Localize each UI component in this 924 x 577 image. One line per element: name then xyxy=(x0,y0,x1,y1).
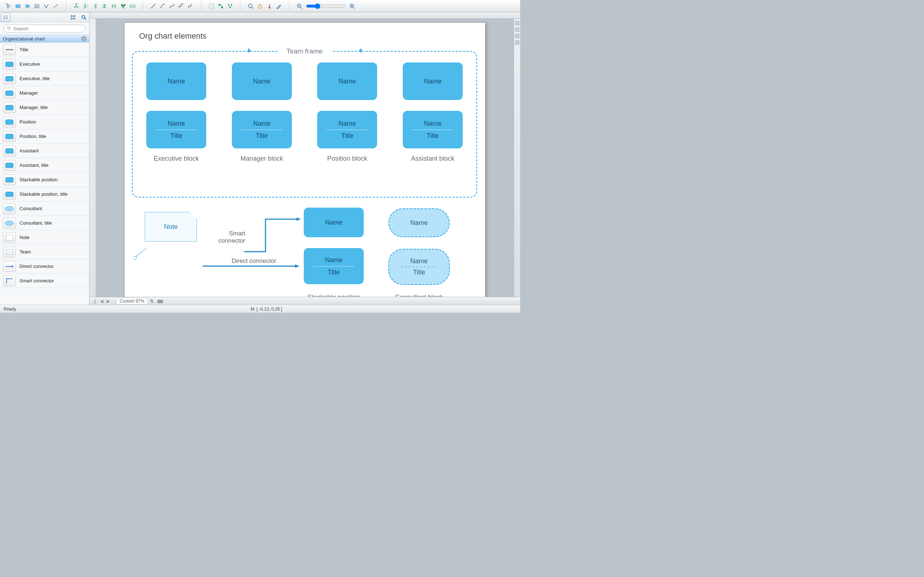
stencil-item[interactable]: Assistant xyxy=(0,144,89,158)
direct-connector[interactable] xyxy=(203,258,304,269)
stencil-item[interactable]: Position, title xyxy=(0,129,89,144)
page-next-icon[interactable]: ▶ xyxy=(105,298,111,304)
stencil-label: Assistant, title xyxy=(19,163,48,168)
zoom-tool-icon[interactable] xyxy=(246,2,255,10)
stencil-item[interactable]: Executive, title xyxy=(0,71,89,86)
horizontal-ruler xyxy=(90,12,520,19)
svg-point-12 xyxy=(231,4,232,5)
svg-rect-7 xyxy=(130,5,135,7)
tree-multi-icon[interactable] xyxy=(119,2,127,10)
eyedropper-tool-icon[interactable] xyxy=(274,2,283,10)
page-thumbnails-icon[interactable]: ▮▮▮ xyxy=(157,298,163,304)
stencil-label: Position, title xyxy=(19,134,46,139)
tool-group-conn xyxy=(147,2,197,10)
stencil-item[interactable]: Note xyxy=(0,230,89,245)
ellipse-tool-icon[interactable] xyxy=(23,2,32,10)
svg-rect-0 xyxy=(16,5,20,8)
stencil-item[interactable]: Team xyxy=(0,245,89,259)
stencil-item[interactable]: Position xyxy=(0,115,89,129)
smart-connector[interactable] xyxy=(244,217,305,254)
conn-bezier-icon[interactable] xyxy=(168,2,176,10)
close-section-icon[interactable]: × xyxy=(81,36,86,41)
stencil-label: Executive, title xyxy=(19,76,50,81)
rect-tool-icon[interactable] xyxy=(14,2,23,10)
table-tool-icon[interactable] xyxy=(32,2,41,10)
consultant-title-block[interactable]: NameTitle xyxy=(388,249,450,285)
stencil-item[interactable]: Assistant, title xyxy=(0,158,89,172)
svg-rect-5 xyxy=(124,4,125,5)
strip-handle-icon[interactable] xyxy=(515,40,519,45)
zoom-readout[interactable]: Custom 97% xyxy=(116,298,148,305)
position-title-block[interactable]: NameTitle xyxy=(317,111,377,148)
line-tool-icon[interactable] xyxy=(51,2,60,10)
layout-1-icon[interactable] xyxy=(207,2,216,10)
assistant-name-block[interactable]: Name xyxy=(403,63,463,100)
tree-both-icon[interactable] xyxy=(100,2,109,10)
tree-compact-icon[interactable] xyxy=(128,2,137,10)
stencil-item[interactable]: Consultant xyxy=(0,201,89,216)
svg-rect-20 xyxy=(73,18,75,19)
layout-2-icon[interactable] xyxy=(216,2,225,10)
stencil-item[interactable]: Stackable position, title xyxy=(0,187,89,201)
manager-name-block[interactable]: Name xyxy=(232,63,292,100)
text-tool-icon[interactable] xyxy=(42,2,51,10)
layout-3-icon[interactable] xyxy=(226,2,234,10)
tree-right-icon[interactable] xyxy=(81,2,90,10)
stencil-item[interactable]: Consultant, title xyxy=(0,216,89,230)
tree-vert-icon[interactable] xyxy=(110,2,118,10)
arrow-right-icon xyxy=(248,48,253,53)
stackable-name-block[interactable]: Name xyxy=(304,208,364,237)
arrow-left-icon xyxy=(356,48,361,53)
team-frame[interactable]: Team frame Name Name Name Name xyxy=(132,51,477,198)
assistant-title-block[interactable]: NameTitle xyxy=(403,111,463,148)
executive-name-block[interactable]: Name xyxy=(146,63,206,100)
zoom-slider[interactable] xyxy=(306,3,346,9)
manager-title-block[interactable]: NameTitle xyxy=(232,111,292,148)
library-section-title: Organizational chart xyxy=(3,36,45,42)
note-shape[interactable]: Note xyxy=(145,212,197,242)
stamp-tool-icon[interactable] xyxy=(265,2,274,10)
stepper-icon[interactable]: ⇅ xyxy=(150,298,153,304)
executive-title-block[interactable]: NameTitle xyxy=(146,111,206,148)
tree-down-icon[interactable] xyxy=(72,2,81,10)
canvas-viewport[interactable]: Org chart elements Team frame Name Name … xyxy=(96,19,514,297)
strip-handle-icon[interactable] xyxy=(515,27,519,32)
stencil-item[interactable]: Manager, title xyxy=(0,100,89,115)
stencil-thumb-icon xyxy=(3,73,16,84)
strip-handle-icon[interactable] xyxy=(515,34,519,38)
stackable-title-block[interactable]: NameTitle xyxy=(304,248,364,284)
zoom-in-icon[interactable] xyxy=(348,2,356,10)
stencil-item[interactable]: Executive xyxy=(0,57,89,71)
consultant-name-block[interactable]: Name xyxy=(388,208,450,237)
zoom-out-icon[interactable] xyxy=(295,2,304,10)
stencil-item[interactable]: Title xyxy=(0,43,89,57)
tree-left-icon[interactable] xyxy=(91,2,99,10)
conn-line-icon[interactable] xyxy=(149,2,158,10)
library-grid-tab-icon[interactable] xyxy=(68,13,77,22)
page[interactable]: Org chart elements Team frame Name Name … xyxy=(124,23,485,297)
stencil-thumb-icon xyxy=(3,102,16,113)
stencil-item[interactable]: Manager xyxy=(0,86,89,100)
svg-point-21 xyxy=(82,16,85,18)
top-toolbar xyxy=(0,0,520,12)
stencil-label: Position xyxy=(19,119,36,124)
stencil-item[interactable]: Stackable position xyxy=(0,172,89,187)
pan-tool-icon[interactable] xyxy=(256,2,264,10)
page-prev-icon[interactable]: ◀ xyxy=(99,298,104,304)
stencil-item[interactable]: Smart connector xyxy=(0,274,89,288)
conn-round-icon[interactable] xyxy=(186,2,195,10)
library-tree-tab-icon[interactable] xyxy=(1,13,10,22)
library-section-header[interactable]: Organizational chart × xyxy=(0,35,89,43)
library-search-tab-icon[interactable] xyxy=(79,13,89,22)
conn-arc-icon[interactable] xyxy=(158,2,167,10)
strip-handle-icon[interactable] xyxy=(515,21,519,25)
toolbar-separator xyxy=(143,2,143,10)
conn-ortho-icon[interactable] xyxy=(177,2,185,10)
stencil-item[interactable]: Direct connector xyxy=(0,259,89,274)
library-search-input[interactable] xyxy=(3,24,85,32)
block-row-1: Name Name Name Name xyxy=(146,63,463,100)
page-pause-icon[interactable]: ‖ xyxy=(92,298,98,304)
pointer-tool-icon[interactable] xyxy=(4,2,13,10)
svg-point-11 xyxy=(228,4,229,5)
position-name-block[interactable]: Name xyxy=(317,63,377,100)
